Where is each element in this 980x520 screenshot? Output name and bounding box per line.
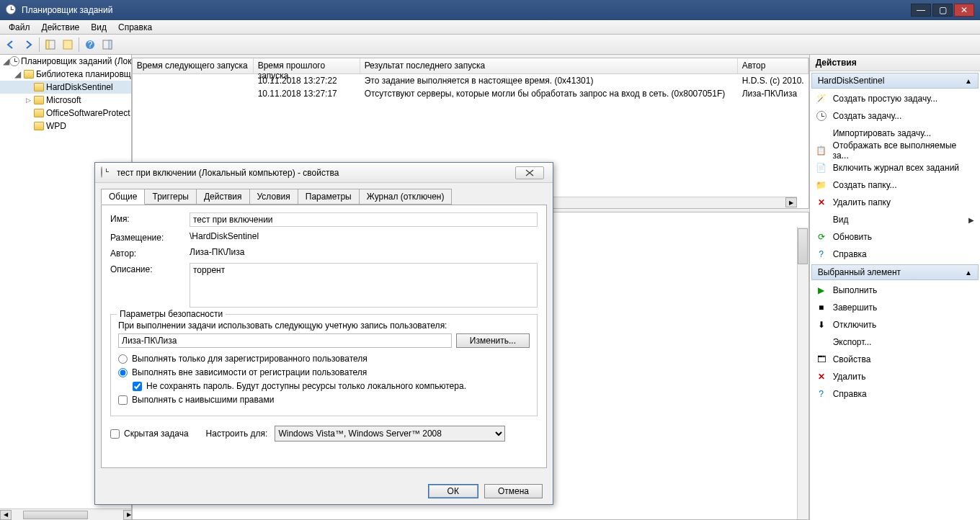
export-icon bbox=[816, 336, 827, 348]
tab-general[interactable]: Общие bbox=[101, 189, 145, 205]
action-new-folder[interactable]: 📁Создать папку... bbox=[810, 176, 980, 194]
tree-item-wpd[interactable]: WPD bbox=[0, 120, 131, 133]
toolbar: ? bbox=[0, 35, 980, 55]
task-icon bbox=[816, 110, 827, 122]
dialog-close-button[interactable] bbox=[515, 166, 544, 179]
configure-for-label: Настроить для: bbox=[206, 429, 268, 439]
menu-action[interactable]: Действие bbox=[36, 21, 86, 34]
tab-history[interactable]: Журнал (отключен) bbox=[359, 189, 453, 205]
action-delete-folder[interactable]: ✕Удалить папку bbox=[810, 194, 980, 211]
help-button[interactable]: ? bbox=[82, 37, 98, 53]
grid-header: Время следующего запуска Время прошлого … bbox=[133, 58, 808, 74]
action-disable[interactable]: ⬇Отключить bbox=[810, 316, 980, 333]
tree-item-harddisksentinel[interactable]: HardDiskSentinel bbox=[0, 81, 131, 94]
cancel-button[interactable]: Отмена bbox=[484, 484, 543, 498]
col-next-run[interactable]: Время следующего запуска bbox=[133, 58, 254, 73]
show-actions-button[interactable] bbox=[99, 37, 115, 53]
description-input[interactable] bbox=[190, 263, 538, 308]
run-as-label: При выполнении задачи использовать следу… bbox=[118, 320, 530, 331]
action-import-task[interactable]: Импортировать задачу... bbox=[810, 125, 980, 142]
tree-horizontal-scrollbar[interactable]: ◀▶ bbox=[0, 508, 132, 520]
tree-root-label: Планировщик заданий (Лок bbox=[21, 56, 132, 66]
tab-settings[interactable]: Параметры bbox=[298, 189, 360, 205]
security-groupbox: Параметры безопасности При выполнении за… bbox=[110, 314, 538, 416]
tab-triggers[interactable]: Триггеры bbox=[144, 189, 197, 205]
actions-header: Действия bbox=[810, 55, 980, 71]
tree-item-officesoftwareprotect[interactable]: OfficeSoftwareProtect bbox=[0, 107, 131, 120]
name-input[interactable] bbox=[190, 212, 538, 227]
tree-root[interactable]: ◢ Планировщик заданий (Лок bbox=[0, 55, 131, 68]
actions-group-selected[interactable]: Выбранный элемент▲ bbox=[811, 264, 979, 280]
dialog-titlebar: тест при включении (Локальный компьютер)… bbox=[95, 163, 553, 183]
action-delete[interactable]: ✕Удалить bbox=[810, 368, 980, 385]
action-create-basic-task[interactable]: 🪄Создать простую задачу... bbox=[810, 90, 980, 107]
menu-view[interactable]: Вид bbox=[85, 21, 112, 34]
wizard-icon: 🪄 bbox=[816, 93, 827, 104]
action-export[interactable]: Экспорт... bbox=[810, 333, 980, 351]
close-button[interactable]: ✕ bbox=[954, 4, 974, 17]
action-refresh[interactable]: ⟳Обновить bbox=[810, 228, 980, 246]
account-input: Лиза-ПК\Лиза bbox=[118, 333, 452, 348]
action-run[interactable]: ▶Выполнить bbox=[810, 282, 980, 299]
actions-pane: Действия HardDiskSentinel▲ 🪄Создать прос… bbox=[809, 55, 980, 520]
configure-for-select[interactable]: Windows Vista™, Windows Server™ 2008 bbox=[275, 426, 505, 441]
help-icon: ? bbox=[816, 388, 827, 400]
svg-rect-2 bbox=[63, 40, 72, 49]
tab-conditions[interactable]: Условия bbox=[249, 189, 298, 205]
tab-actions[interactable]: Действия bbox=[196, 189, 250, 205]
change-user-button[interactable]: Изменить... bbox=[456, 333, 530, 348]
properties-button[interactable] bbox=[60, 37, 76, 53]
action-help-2[interactable]: ?Справка bbox=[810, 385, 980, 403]
location-label: Размещение: bbox=[110, 231, 190, 243]
svg-rect-1 bbox=[46, 40, 49, 49]
list-icon: 📋 bbox=[816, 145, 827, 156]
menu-help[interactable]: Справка bbox=[112, 21, 158, 34]
tree-library[interactable]: ◢ Библиотека планировщ bbox=[0, 68, 131, 81]
disable-icon: ⬇ bbox=[816, 319, 827, 331]
check-no-password[interactable]: Не сохранять пароль. Будут доступны ресу… bbox=[133, 381, 530, 391]
detail-vertical-scrollbar[interactable] bbox=[797, 227, 808, 519]
action-end[interactable]: ■Завершить bbox=[810, 299, 980, 316]
tree-item-microsoft[interactable]: ▷ Microsoft bbox=[0, 94, 131, 107]
window-titlebar: Планировщик заданий — ▢ ✕ bbox=[0, 0, 980, 20]
dialog-title: тест при включении (Локальный компьютер)… bbox=[117, 168, 339, 178]
col-last-result[interactable]: Результат последнего запуска bbox=[360, 58, 738, 73]
view-icon bbox=[816, 214, 827, 225]
nav-back-button[interactable] bbox=[3, 37, 19, 53]
action-enable-history[interactable]: 📄Включить журнал всех заданий bbox=[810, 159, 980, 176]
radio-logged-on[interactable]: Выполнять только для зарегистрированного… bbox=[118, 354, 530, 364]
check-highest-priv[interactable]: Выполнять с наивысшими правами bbox=[118, 395, 530, 405]
radio-whether-logged[interactable]: Выполнять вне зависимости от регистрации… bbox=[118, 367, 530, 377]
minimize-button[interactable]: — bbox=[911, 4, 931, 17]
tree-lib-label: Библиотека планировщ bbox=[36, 69, 131, 79]
stop-icon: ■ bbox=[816, 302, 827, 313]
description-label: Описание: bbox=[110, 263, 190, 274]
actions-group-harddisksentinel[interactable]: HardDiskSentinel▲ bbox=[811, 73, 979, 89]
author-label: Автор: bbox=[110, 247, 190, 259]
action-create-task[interactable]: Создать задачу... bbox=[810, 107, 980, 125]
task-row[interactable]: а 10.11.2018 13:27:17 Отсутствуют сервер… bbox=[133, 87, 808, 100]
action-properties[interactable]: 🗔Свойства bbox=[810, 351, 980, 368]
log-icon: 📄 bbox=[816, 162, 827, 174]
check-hidden-task[interactable]: Скрытая задача bbox=[110, 429, 189, 439]
action-help[interactable]: ?Справка bbox=[810, 246, 980, 263]
task-row[interactable]: 10.11.2018 13:27:22 Это задание выполняе… bbox=[133, 74, 808, 87]
col-last-run[interactable]: Время прошлого запуска bbox=[254, 58, 360, 73]
col-author[interactable]: Автор bbox=[738, 58, 808, 73]
dialog-tabs: Общие Триггеры Действия Условия Параметр… bbox=[101, 189, 547, 205]
ok-button[interactable]: ОК bbox=[428, 484, 478, 498]
tab-content-general: Имя: Размещение: \HardDiskSentinel Автор… bbox=[101, 205, 547, 468]
author-value: Лиза-ПК\Лиза bbox=[190, 247, 538, 257]
play-icon: ▶ bbox=[816, 284, 827, 296]
menu-file[interactable]: Файл bbox=[3, 21, 36, 34]
dialog-icon bbox=[101, 167, 112, 179]
svg-rect-6 bbox=[109, 40, 112, 49]
maximize-button[interactable]: ▢ bbox=[932, 4, 953, 17]
action-view[interactable]: Вид▶ bbox=[810, 211, 980, 228]
properties-icon: 🗔 bbox=[816, 354, 827, 365]
action-display-running[interactable]: 📋Отображать все выполняемые за... bbox=[810, 142, 980, 159]
svg-text:?: ? bbox=[88, 40, 93, 50]
show-hide-tree-button[interactable] bbox=[43, 37, 58, 53]
import-icon bbox=[816, 127, 827, 139]
nav-forward-button[interactable] bbox=[20, 37, 36, 53]
